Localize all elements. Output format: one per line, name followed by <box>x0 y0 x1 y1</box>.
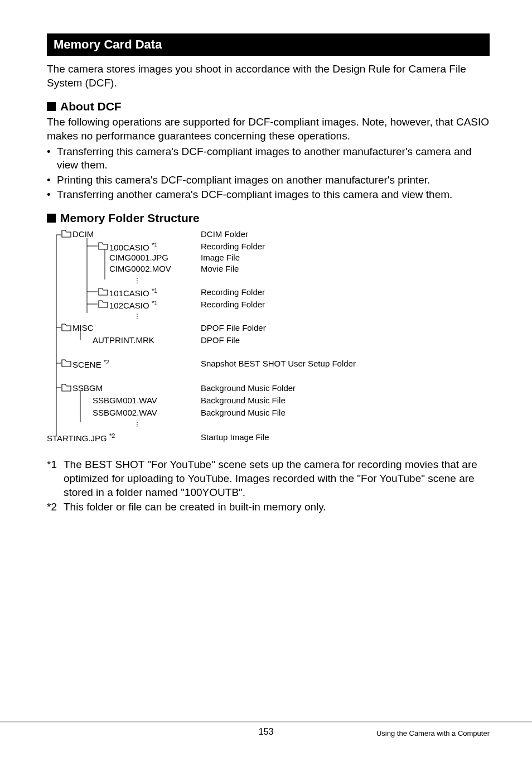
tree-node-name: 102CASIO *1 <box>109 300 157 310</box>
square-bullet-icon <box>47 214 56 223</box>
tree-node-description: Movie File <box>201 264 239 273</box>
tree-node-description: DPOF File <box>201 335 240 345</box>
vertical-dots-icon: ... <box>136 311 138 317</box>
subhead-folder-structure: Memory Folder Structure <box>47 211 490 225</box>
tree-node-name: 100CASIO *1 <box>109 242 157 252</box>
tree-node-name: DCIM <box>72 229 94 239</box>
tree-node-description: Snapshot BEST SHOT User Setup Folder <box>201 359 356 368</box>
folder-icon <box>98 242 108 250</box>
tree-node-name: MISC <box>72 323 94 332</box>
list-item: • Printing this camera's DCF-compliant i… <box>47 173 490 187</box>
tree-node-description: Background Music Folder <box>201 383 296 393</box>
section-header: Memory Card Data <box>47 33 490 56</box>
tree-node-description: Startup Image File <box>201 432 269 442</box>
section-title: Memory Card Data <box>54 37 162 51</box>
list-item-text: Transferring this camera's DCF-compliant… <box>57 145 490 172</box>
tree-node-name: SSBGM <box>72 383 103 393</box>
subhead-text: About DCF <box>60 100 122 113</box>
footnote-list: *1 The BEST SHOT "For YouTube" scene set… <box>47 458 490 514</box>
footnote: *2 This folder or file can be created in… <box>47 500 490 514</box>
page-footer: 153 Using the Camera with a Computer <box>0 721 532 737</box>
bullet-dot-icon: • <box>47 145 57 172</box>
list-item-text: Printing this camera's DCF-compliant ima… <box>57 173 430 187</box>
folder-icon <box>61 230 71 238</box>
folder-icon <box>61 359 71 367</box>
footnote-mark: *1 <box>47 458 64 499</box>
dcf-bullet-list: • Transferring this camera's DCF-complia… <box>47 145 490 201</box>
folder-icon <box>61 324 71 331</box>
subhead-about-dcf: About DCF <box>47 100 490 113</box>
tree-node-description: Background Music File <box>201 408 286 417</box>
tree-node-description: Recording Folder <box>201 300 265 309</box>
intro-paragraph: The camera stores images you shoot in ac… <box>47 62 490 90</box>
tree-node-name: AUTPRINT.MRK <box>93 335 154 345</box>
tree-node-description: Recording Folder <box>201 287 265 297</box>
tree-node-description: DPOF File Folder <box>201 323 266 332</box>
list-item-text: Transferring another camera's DCF-compli… <box>57 188 452 201</box>
folder-tree-diagram: DCIMDCIM Folder100CASIO *1Recording Fold… <box>47 229 490 455</box>
square-bullet-icon <box>47 102 56 111</box>
tree-node-name: CIMG0001.JPG <box>109 253 168 262</box>
subhead-text: Memory Folder Structure <box>60 211 200 224</box>
tree-node-name: CIMG0002.MOV <box>109 264 171 273</box>
list-item: • Transferring this camera's DCF-complia… <box>47 145 490 172</box>
tree-node-description: Image File <box>201 253 240 262</box>
subhead-lead: The following operations are supported f… <box>47 115 490 143</box>
tree-node-name: SCENE *2 <box>72 359 109 369</box>
bullet-dot-icon: • <box>47 173 57 187</box>
tree-node-name: 101CASIO *1 <box>109 287 157 298</box>
tree-node-description: DCIM Folder <box>201 229 248 239</box>
tree-node-name: SSBGM001.WAV <box>93 396 157 405</box>
footnote-text: This folder or file can be created in bu… <box>64 500 326 514</box>
folder-icon <box>98 288 108 296</box>
folder-icon <box>61 384 71 392</box>
footnote-mark: *2 <box>47 500 64 514</box>
vertical-dots-icon: ... <box>136 419 138 426</box>
tree-node-name: SSBGM002.WAV <box>93 408 157 417</box>
tree-node-description: Recording Folder <box>201 242 265 251</box>
list-item: • Transferring another camera's DCF-comp… <box>47 188 490 201</box>
tree-node-name: STARTING.JPG *2 <box>47 432 115 443</box>
bullet-dot-icon: • <box>47 188 57 201</box>
footnote-text: The BEST SHOT "For YouTube" scene sets u… <box>64 458 490 499</box>
tree-node-description: Background Music File <box>201 396 286 405</box>
folder-icon <box>98 300 108 308</box>
footer-section-label: Using the Camera with a Computer <box>376 729 490 737</box>
vertical-dots-icon: ... <box>136 275 138 282</box>
footnote: *1 The BEST SHOT "For YouTube" scene set… <box>47 458 490 499</box>
